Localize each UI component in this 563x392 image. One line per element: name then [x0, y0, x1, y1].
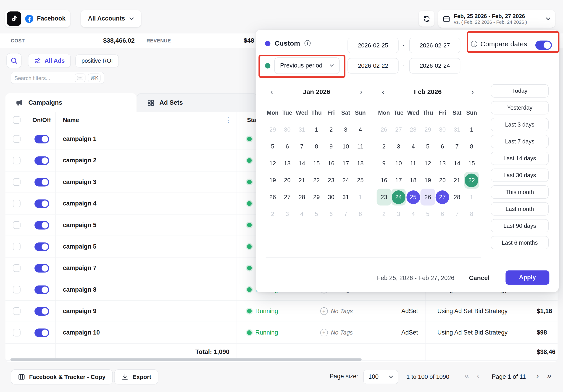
- page-size-dropdown[interactable]: 100: [363, 370, 398, 384]
- calendar-day[interactable]: 2: [324, 121, 338, 138]
- calendar-day[interactable]: 10: [391, 155, 406, 172]
- row-toggle[interactable]: [34, 135, 49, 143]
- row-checkbox[interactable]: [13, 178, 20, 186]
- calendar-day[interactable]: 25: [406, 189, 421, 206]
- quick-range-yesterday[interactable]: Yesterday: [491, 101, 549, 114]
- row-checkbox[interactable]: [13, 264, 20, 272]
- refresh-button[interactable]: [419, 11, 435, 26]
- range-start-input[interactable]: 2026-02-25: [347, 38, 398, 53]
- row-name[interactable]: campaign 5: [63, 221, 96, 229]
- row-checkbox[interactable]: [13, 307, 20, 315]
- compare-start-input[interactable]: 2026-02-22: [347, 58, 398, 74]
- view-selector-button[interactable]: Facebook & Tracker - Copy: [11, 369, 113, 384]
- calendar-day[interactable]: 19: [265, 172, 280, 189]
- filter-chip-positive-roi[interactable]: positive ROI: [75, 54, 119, 68]
- calendar-day[interactable]: 16: [377, 172, 391, 189]
- calendar-day[interactable]: 6: [435, 206, 450, 222]
- first-page-icon[interactable]: «: [465, 371, 469, 379]
- row-toggle[interactable]: [34, 285, 49, 294]
- tab-ad-sets[interactable]: Ad Sets: [137, 93, 257, 112]
- calendar-day[interactable]: 7: [338, 206, 353, 222]
- calendar-day[interactable]: 30: [324, 189, 338, 206]
- add-tag-icon[interactable]: +: [320, 329, 328, 336]
- row-name[interactable]: campaign 10: [63, 329, 100, 336]
- calendar-day[interactable]: 28: [450, 189, 464, 206]
- quick-range-last-14-days[interactable]: Last 14 days: [491, 152, 549, 165]
- calendar-day[interactable]: 20: [280, 172, 294, 189]
- compare-mode-dropdown[interactable]: Previous period: [274, 58, 340, 74]
- quick-range-last-7-days[interactable]: Last 7 days: [491, 135, 549, 148]
- calendar-day[interactable]: 11: [406, 155, 421, 172]
- calendar-day[interactable]: 2: [265, 206, 280, 222]
- row-name[interactable]: campaign 7: [63, 265, 96, 272]
- quick-range-last-3-days[interactable]: Last 3 days: [491, 118, 549, 131]
- quick-range-last-90-days[interactable]: Last 90 days: [491, 219, 549, 232]
- calendar-day[interactable]: 1: [464, 121, 479, 138]
- quick-range-last-30-days[interactable]: Last 30 days: [491, 169, 549, 182]
- calendar-day[interactable]: 18: [406, 172, 421, 189]
- calendar-day[interactable]: 23: [377, 189, 391, 206]
- calendar-day[interactable]: 29: [421, 121, 435, 138]
- calendar-day[interactable]: 9: [377, 155, 391, 172]
- calendar-day[interactable]: 25: [353, 172, 368, 189]
- calendar-day[interactable]: 4: [406, 206, 421, 222]
- calendar-day[interactable]: 16: [324, 155, 338, 172]
- calendar-day[interactable]: 13: [280, 155, 294, 172]
- next-month-icon[interactable]: ›: [468, 87, 478, 97]
- prev-month-icon[interactable]: ‹: [378, 87, 388, 97]
- next-month-icon[interactable]: ›: [356, 87, 366, 97]
- header-on-off[interactable]: On/Off: [28, 112, 56, 128]
- calendar-day[interactable]: 8: [464, 138, 479, 155]
- calendar-day[interactable]: 28: [406, 121, 421, 138]
- calendar-day[interactable]: 24: [391, 189, 406, 206]
- row-checkbox[interactable]: [13, 286, 20, 293]
- calendar-day[interactable]: 6: [280, 138, 294, 155]
- calendar-day[interactable]: 21: [294, 172, 309, 189]
- row-name[interactable]: campaign 9: [63, 308, 96, 315]
- calendar-day[interactable]: 11: [353, 138, 368, 155]
- calendar-day[interactable]: 5: [421, 206, 435, 222]
- calendar-day[interactable]: 2: [377, 206, 391, 222]
- calendar-day[interactable]: 18: [353, 155, 368, 172]
- calendar-day[interactable]: 20: [435, 172, 450, 189]
- row-checkbox[interactable]: [13, 329, 20, 336]
- calendar-day[interactable]: 28: [294, 189, 309, 206]
- info-icon[interactable]: i: [305, 40, 311, 46]
- calendar-day[interactable]: 4: [353, 121, 368, 138]
- quick-range-today[interactable]: Today: [491, 84, 549, 98]
- calendar-day[interactable]: 1: [309, 121, 324, 138]
- calendar-day[interactable]: 12: [265, 155, 280, 172]
- facebook-button[interactable]: Facebook: [25, 14, 65, 23]
- add-tag-icon[interactable]: +: [320, 307, 328, 315]
- row-checkbox[interactable]: [13, 243, 20, 250]
- prev-page-icon[interactable]: ‹: [477, 371, 479, 379]
- next-page-icon[interactable]: ›: [537, 371, 539, 379]
- row-toggle[interactable]: [34, 199, 49, 208]
- last-page-icon[interactable]: »: [547, 371, 551, 379]
- accounts-dropdown[interactable]: All Accounts: [81, 10, 141, 27]
- calendar-day[interactable]: 7: [450, 138, 464, 155]
- row-checkbox[interactable]: [13, 157, 20, 164]
- calendar-day[interactable]: 26: [265, 189, 280, 206]
- calendar-day[interactable]: 8: [309, 138, 324, 155]
- row-toggle[interactable]: [34, 307, 49, 315]
- quick-range-last-month[interactable]: Last month: [491, 202, 549, 216]
- calendar-day[interactable]: 3: [391, 138, 406, 155]
- calendar-day[interactable]: 17: [391, 172, 406, 189]
- calendar-day[interactable]: 1: [464, 189, 479, 206]
- calendar-day[interactable]: 3: [280, 206, 294, 222]
- calendar-day[interactable]: 13: [435, 155, 450, 172]
- apply-button[interactable]: Apply: [505, 270, 549, 285]
- search-button[interactable]: [6, 53, 22, 68]
- calendar-day[interactable]: 26: [377, 121, 391, 138]
- horizontal-scrollbar[interactable]: [11, 358, 362, 361]
- calendar-day[interactable]: 7: [294, 138, 309, 155]
- calendar-day[interactable]: 5: [421, 138, 435, 155]
- calendar-day[interactable]: 31: [338, 189, 353, 206]
- row-toggle[interactable]: [34, 264, 49, 272]
- row-checkbox[interactable]: [13, 200, 20, 207]
- row-name[interactable]: campaign 1: [63, 135, 96, 143]
- calendar-day[interactable]: 29: [265, 121, 280, 138]
- calendar-day[interactable]: 30: [280, 121, 294, 138]
- row-checkbox[interactable]: [13, 135, 20, 143]
